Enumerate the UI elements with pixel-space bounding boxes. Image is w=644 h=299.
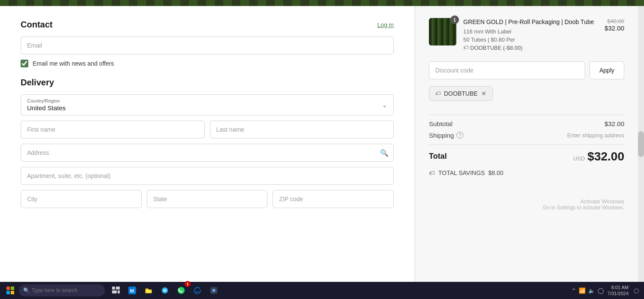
address-input[interactable] — [21, 144, 394, 162]
contact-header: Contact Log in — [21, 20, 394, 30]
taskbar: 🔍 M — [0, 282, 644, 299]
product-discount-label: DOOBTUBE (-$8.00) — [470, 45, 522, 51]
svg-text:M: M — [130, 288, 134, 293]
shipping-label: Shipping — [429, 132, 454, 139]
svg-rect-7 — [118, 290, 120, 293]
svg-rect-2 — [6, 291, 10, 294]
applied-tag-icon: 🏷 — [435, 91, 440, 97]
svg-point-11 — [163, 289, 166, 292]
total-label: Total — [429, 152, 447, 161]
total-line: Total USD $32.00 — [429, 150, 624, 163]
product-image-wrapper: 1 — [429, 18, 456, 45]
whatsapp-badge: 1 — [185, 281, 191, 287]
applied-code-tag: 🏷 DOOBTUBE ✕ — [429, 86, 493, 101]
savings-icon: 🏷 — [429, 169, 435, 176]
newsletter-checkbox[interactable] — [21, 60, 28, 67]
svg-rect-0 — [6, 287, 10, 290]
city-input[interactable] — [21, 190, 142, 208]
total-amount: $32.00 — [587, 150, 624, 163]
taskbar-app-files[interactable] — [141, 283, 156, 298]
delivery-title: Delivery — [21, 78, 394, 88]
svg-rect-6 — [112, 290, 117, 293]
left-panel: Contact Log in Email me with news and of… — [0, 6, 415, 282]
svg-rect-3 — [11, 291, 14, 294]
taskbar-app-store[interactable]: M — [125, 283, 140, 298]
taskbar-apps: M 1 — [108, 283, 222, 298]
taskbar-app-photos[interactable] — [157, 283, 173, 298]
applied-code-label: DOOBTUBE — [444, 90, 478, 97]
taskbar-app-edge[interactable] — [190, 283, 205, 298]
city-row — [21, 190, 394, 208]
taskbar-time[interactable]: 8:01 AM 7/31/2024 — [608, 284, 629, 297]
divider-1 — [429, 115, 624, 115]
product-prices: $40.00 $32.00 — [605, 18, 624, 32]
subtotal-label: Subtotal — [429, 120, 453, 127]
shipping-line: Shipping ? Enter shipping address — [429, 132, 624, 139]
product-name: GREEN GOLD | Pre-Roll Packaging | Doob T… — [463, 18, 598, 27]
remove-code-button[interactable]: ✕ — [481, 91, 486, 97]
main-layout: Contact Log in Email me with news and of… — [0, 6, 644, 282]
country-value: United States — [27, 104, 376, 112]
divider-2 — [429, 144, 624, 145]
shipping-label-wrapper: Shipping ? — [429, 132, 463, 139]
subtotal-line: Subtotal $32.00 — [429, 120, 624, 127]
svg-rect-4 — [112, 287, 115, 290]
subtotal-value: $32.00 — [605, 120, 624, 127]
activate-windows-sub: Go to Settings to activate Windows. — [543, 205, 624, 211]
chevron-up-icon[interactable]: ⌃ — [571, 287, 576, 294]
discount-code-input[interactable] — [429, 61, 585, 79]
price-current: $32.00 — [605, 24, 624, 32]
taskbar-date: 7/31/2024 — [608, 290, 629, 296]
start-button[interactable] — [3, 284, 17, 297]
product-row: 1 GREEN GOLD | Pre-Roll Packaging | Doob… — [429, 18, 624, 51]
svg-point-14 — [212, 289, 215, 292]
log-in-link[interactable]: Log in — [377, 21, 394, 28]
country-select-inner: Country/Region United States — [21, 95, 393, 115]
tag-icon: 🏷 — [463, 45, 468, 51]
taskbar-system-icons: ⌃ 📶 🔈 ◯ — [571, 287, 604, 294]
savings-row: 🏷 TOTAL SAVINGS $8.00 — [429, 169, 624, 176]
shipping-help-icon[interactable]: ? — [456, 132, 463, 139]
activate-windows-title: Activate Windows — [543, 198, 624, 205]
apply-button[interactable]: Apply — [589, 61, 624, 79]
contact-title: Contact — [21, 20, 52, 30]
newsletter-row: Email me with news and offers — [21, 60, 394, 67]
scrollbar-thumb[interactable] — [638, 131, 644, 157]
product-subtitle: 116 mm With Label — [463, 28, 598, 35]
state-input[interactable] — [147, 190, 268, 208]
svg-rect-1 — [11, 287, 14, 290]
product-badge: 1 — [450, 15, 459, 24]
network-icon: 📶 — [579, 287, 586, 294]
name-row — [21, 121, 394, 139]
address-wrapper: 🔍 — [21, 144, 394, 162]
top-banner — [0, 0, 644, 6]
zip-input[interactable] — [273, 190, 394, 208]
country-label: Country/Region — [27, 98, 376, 103]
volume-icon[interactable]: 🔈 — [588, 287, 595, 294]
savings-label: TOTAL SAVINGS — [438, 169, 485, 176]
address-search-icon[interactable]: 🔍 — [380, 149, 389, 157]
product-discount-tag: 🏷 DOOBTUBE (-$8.00) — [463, 45, 598, 51]
taskbar-search-wrapper: 🔍 — [19, 284, 105, 296]
country-select-wrapper[interactable]: Country/Region United States ⌄ — [21, 94, 394, 115]
svg-rect-5 — [116, 287, 120, 290]
taskbar-right: ⌃ 📶 🔈 ◯ 8:01 AM 7/31/2024 ◯ — [571, 284, 641, 297]
taskbar-search-icon: 🔍 — [23, 287, 30, 293]
product-info: GREEN GOLD | Pre-Roll Packaging | Doob T… — [463, 18, 598, 51]
taskbar-app-whatsapp[interactable]: 1 — [173, 283, 189, 298]
taskbar-app-task-view[interactable] — [108, 283, 124, 298]
taskbar-search-input[interactable] — [19, 284, 105, 296]
savings-value: $8.00 — [488, 169, 503, 176]
email-input[interactable] — [21, 36, 394, 54]
taskbar-app-extra[interactable] — [206, 283, 222, 298]
price-original: $40.00 — [605, 18, 624, 24]
total-currency: USD — [573, 155, 585, 162]
battery-icon: ◯ — [598, 287, 604, 294]
apartment-input[interactable] — [21, 167, 394, 185]
shipping-value: Enter shipping address — [567, 132, 624, 139]
last-name-input[interactable] — [210, 121, 394, 139]
product-details: 50 Tubes | $0.80 Per — [463, 36, 598, 43]
notification-button[interactable]: ◯ — [632, 286, 641, 295]
first-name-input[interactable] — [21, 121, 205, 139]
newsletter-label: Email me with news and offers — [33, 60, 114, 67]
